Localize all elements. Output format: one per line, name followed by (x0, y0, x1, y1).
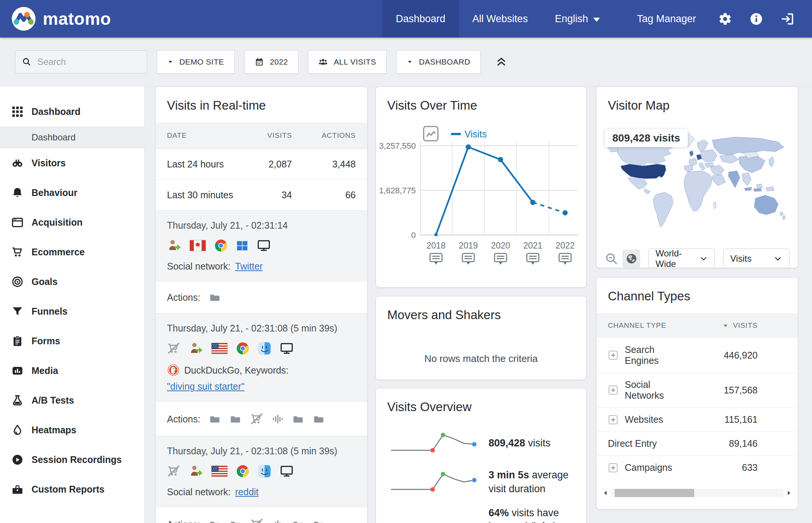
folder-icon[interactable] (313, 414, 325, 425)
chrome-icon (236, 342, 250, 355)
map-visits-tooltip: 809,428 visits (605, 129, 688, 147)
referrer-link[interactable]: reddit (235, 487, 259, 497)
sidebar-item-acquisition[interactable]: Acquisition (0, 208, 144, 237)
referrer-link[interactable]: Twitter (235, 261, 263, 272)
cart-crossed-icon[interactable] (250, 518, 263, 523)
folder-icon[interactable] (292, 519, 304, 523)
sidebar-item-goals[interactable]: Goals (0, 267, 144, 297)
channel-row-direct-entry[interactable]: Direct Entry89,146 (597, 431, 798, 455)
expand-plus-icon[interactable] (608, 385, 618, 395)
finder-icon (258, 464, 271, 478)
sidebar: DashboardDashboardVisitorsBehaviourAcqui… (0, 86, 144, 523)
funnel-icon (11, 305, 24, 318)
channel-row-social-networks[interactable]: Social Networks157,568 (597, 372, 798, 407)
globe-icon (626, 253, 638, 265)
realtime-visit-entry[interactable]: Thursday, July 21, - 02:31:08 (5 min 39s… (156, 313, 367, 402)
expand-plus-icon[interactable] (608, 463, 618, 473)
cart-crossed-icon (167, 464, 180, 478)
referrer-link[interactable]: "diving suit starter" (167, 381, 245, 392)
world-map[interactable]: 809,428 visits (597, 122, 798, 245)
expand-plus-icon[interactable] (608, 414, 618, 425)
widget-title: Visits Over Time (376, 87, 586, 122)
column-visits[interactable]: VISITS (683, 321, 758, 330)
help-icon[interactable] (741, 0, 772, 38)
date-range-button[interactable]: 2022 (244, 50, 298, 74)
sidebar-item-dashboard-sub[interactable]: Dashboard (0, 127, 144, 148)
waveform-icon[interactable] (272, 413, 284, 425)
sidebar-item-session-recordings[interactable]: Session Recordings (0, 445, 144, 475)
map-metric-select[interactable]: Visits (723, 249, 789, 268)
top-navbar: matomo DashboardAll WebsitesEnglishTag M… (0, 0, 812, 38)
sidebar-item-forms[interactable]: Forms (0, 326, 144, 356)
svg-text:2021: 2021 (523, 241, 542, 250)
svg-text:2022: 2022 (555, 241, 574, 250)
widget-visits-overview: Visits Overview 809,428 visits3 min 5s a… (376, 389, 586, 523)
channel-row-search-engines[interactable]: Search Engines446,920 (597, 338, 798, 372)
folder-icon[interactable] (313, 519, 325, 523)
folder-icon[interactable] (229, 414, 242, 425)
map-zoom-out-icon[interactable] (605, 252, 618, 265)
dashboard-selector-button[interactable]: DASHBOARD (396, 50, 481, 74)
channel-row-websites[interactable]: Websites115,161 (597, 407, 798, 431)
visits-over-time-chart[interactable]: 01,628,7753,257,55020182019202020212022V… (376, 122, 586, 273)
visit-datetime: Thursday, July 21, - 02:31:14 (167, 220, 356, 231)
person-icon (189, 341, 203, 356)
widget-title: Visits in Real-time (156, 87, 367, 122)
sidebar-item-funnels[interactable]: Funnels (0, 297, 144, 326)
nav-item-tag-manager[interactable]: Tag Manager (623, 0, 710, 38)
expand-plus-icon[interactable] (608, 350, 618, 360)
search-input[interactable] (37, 56, 140, 68)
folder-icon[interactable] (209, 519, 221, 523)
sidebar-item-dashboard[interactable]: Dashboard (0, 97, 144, 127)
sidebar-item-behaviour[interactable]: Behaviour (0, 178, 144, 208)
settings-icon[interactable] (710, 0, 741, 38)
sign-in-icon[interactable] (772, 0, 803, 38)
finder-icon (258, 342, 271, 355)
cart-crossed-icon[interactable] (250, 412, 263, 426)
sparkline (387, 429, 477, 458)
realtime-summary-row[interactable]: Last 24 hours2,0873,448 (156, 149, 367, 179)
annotation-icon (430, 253, 442, 265)
scrollbar-thumb[interactable] (615, 489, 694, 497)
folder-icon[interactable] (209, 292, 221, 303)
overview-metric-row[interactable]: 3 min 5s average visit duration (376, 463, 586, 501)
waveform-icon[interactable] (272, 518, 284, 523)
nav-item-english[interactable]: English (541, 0, 614, 38)
sidebar-item-custom-reports[interactable]: Custom Reports (0, 475, 144, 504)
scrollbar-track[interactable] (611, 489, 783, 497)
duckduckgo-icon (167, 364, 180, 377)
realtime-visit-entry[interactable]: Thursday, July 21, - 02:31:08 (5 min 39s… (156, 436, 367, 508)
sidebar-item-heatmaps[interactable]: Heatmaps (0, 415, 144, 445)
channel-row-campaigns[interactable]: Campaigns633 (597, 455, 798, 479)
overview-metric-row[interactable]: 809,428 visits (376, 424, 586, 463)
map-world-view-button[interactable] (623, 250, 640, 268)
sidebar-item-ecommerce[interactable]: Ecommerce (0, 237, 144, 267)
folder-icon[interactable] (229, 519, 242, 523)
flag-us-icon (211, 343, 228, 354)
map-region-value: World-Wide (656, 248, 699, 268)
chevron-down-icon (699, 254, 708, 263)
column-channel-type[interactable]: CHANNEL TYPE (608, 321, 683, 330)
scroll-left-icon[interactable] (602, 489, 609, 497)
nav-item-all-websites[interactable]: All Websites (459, 0, 541, 38)
map-region-select[interactable]: World-Wide (648, 249, 715, 268)
widget-title: Visits Overview (376, 389, 586, 424)
realtime-summary-row[interactable]: Last 30 minutes3466 (156, 179, 367, 210)
folder-icon[interactable] (292, 414, 304, 425)
segment-selector-button[interactable]: ALL VISITS (308, 50, 386, 74)
matomo-logo[interactable]: matomo (0, 6, 111, 31)
sidebar-item-a-b-tests[interactable]: A/B Tests (0, 386, 144, 415)
search-box[interactable] (15, 50, 147, 74)
folder-icon[interactable] (209, 414, 221, 425)
toolbar-buttons: DEMO SITE2022ALL VISITSDASHBOARD (147, 50, 481, 74)
collapse-dashboard-icon[interactable] (493, 53, 509, 70)
nav-item-dashboard[interactable]: Dashboard (382, 0, 459, 38)
logo-text: matomo (43, 9, 111, 29)
sidebar-item-media[interactable]: Media (0, 356, 144, 386)
visit-actions-row: Actions: (156, 508, 367, 523)
site-selector-button[interactable]: DEMO SITE (157, 50, 235, 74)
realtime-visit-entry[interactable]: Thursday, July 21, - 02:31:14Social netw… (156, 210, 367, 282)
sidebar-item-visitors[interactable]: Visitors (0, 148, 144, 178)
overview-metric-row[interactable]: 64% visits have bounced (left the websit… (376, 501, 586, 523)
scroll-right-icon[interactable] (785, 489, 792, 497)
